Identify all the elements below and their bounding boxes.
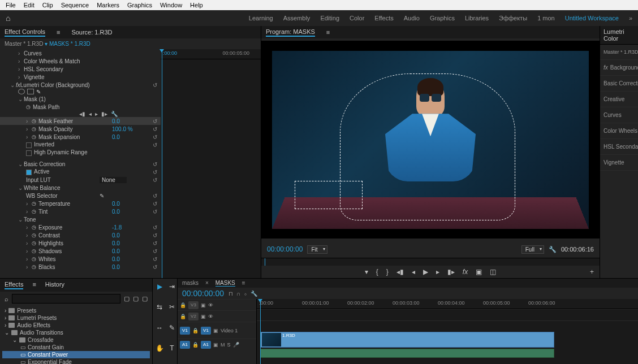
- ws-graphics[interactable]: Graphics: [430, 15, 455, 21]
- ws-custom2[interactable]: 1 mon: [537, 15, 555, 21]
- mark-in-icon[interactable]: {: [376, 268, 378, 276]
- seq-tab-masks[interactable]: masks: [182, 280, 199, 287]
- prop-lumetri[interactable]: Lumetri Color (Background): [20, 82, 94, 88]
- val-maskopacity[interactable]: 100.0 %: [112, 126, 133, 132]
- mask-rect-button[interactable]: [27, 89, 34, 94]
- prop-blacks[interactable]: Blacks: [38, 264, 112, 270]
- val-tint[interactable]: 0.0: [112, 209, 120, 215]
- timeline-tracks[interactable]: :00:00 00:00:01:00 00:00:02:00 00:00:03:…: [257, 299, 638, 364]
- fx-const-gain[interactable]: Constant Gain: [28, 344, 64, 350]
- prop-highlights[interactable]: Highlights: [38, 240, 112, 246]
- button-editor-icon[interactable]: +: [590, 268, 594, 276]
- track-prev-icon[interactable]: ◂▮: [79, 111, 85, 117]
- zoom-dropdown[interactable]: Fit: [307, 245, 327, 254]
- eyedropper-icon[interactable]: ✎: [100, 193, 104, 199]
- fx-badge-icon[interactable]: ▢: [124, 295, 130, 302]
- prop-temp[interactable]: Temperature: [38, 201, 112, 207]
- pen-tool-icon[interactable]: ✎: [167, 323, 176, 332]
- snap-icon[interactable]: ⊓: [229, 291, 233, 297]
- ws-untitled[interactable]: Untitled Workspace: [565, 15, 619, 21]
- ws-effects[interactable]: Effects: [374, 15, 393, 21]
- lock-icon[interactable]: 🔒: [180, 302, 186, 308]
- fx-lumetri-presets[interactable]: Lumetri Presets: [17, 315, 57, 321]
- comparison-icon[interactable]: ◫: [490, 268, 496, 276]
- lumetri-wheels[interactable]: Color Wheels & M…: [600, 123, 638, 139]
- prop-vignette[interactable]: Vignette: [24, 74, 97, 80]
- program-playhead[interactable]: [265, 258, 265, 266]
- timeline-ruler[interactable]: :00:00 00:00:01:00 00:00:02:00 00:00:03:…: [257, 299, 638, 309]
- track-select-icon[interactable]: ⇥: [167, 282, 176, 291]
- eye-icon[interactable]: 👁: [208, 302, 213, 308]
- timeline-playhead[interactable]: [260, 299, 261, 364]
- menu-clip[interactable]: Clip: [39, 1, 57, 10]
- ec-playhead[interactable]: [162, 49, 162, 278]
- prop-basic[interactable]: Basic Correction: [24, 161, 97, 167]
- track-v1[interactable]: V1: [201, 327, 211, 335]
- ws-learning[interactable]: Learning: [249, 15, 273, 21]
- ws-libraries[interactable]: Libraries: [465, 15, 489, 21]
- val-exposure[interactable]: -1.8: [112, 224, 122, 231]
- active-checkbox[interactable]: [26, 170, 32, 175]
- slip-tool-icon[interactable]: ↔: [155, 323, 164, 332]
- master-clip[interactable]: Master * 1.R3D: [5, 41, 43, 47]
- ws-editing[interactable]: Editing: [320, 15, 339, 21]
- settings-icon[interactable]: 🔧: [251, 291, 257, 297]
- val-maskexp[interactable]: 0.0: [112, 134, 120, 140]
- seq-clip[interactable]: MASKS * 1.R3D: [49, 41, 90, 47]
- panel-menu-icon[interactable]: ≡: [326, 29, 330, 36]
- menu-help[interactable]: Help: [187, 1, 206, 10]
- hand-tool-icon[interactable]: ✋: [155, 344, 164, 353]
- selection-tool-icon[interactable]: ▶: [155, 282, 164, 291]
- fx-icon[interactable]: fx: [463, 268, 468, 276]
- video-clip[interactable]: 1.R3D: [260, 332, 554, 348]
- prop-curves[interactable]: Curves: [24, 50, 97, 57]
- effect-timeline[interactable]: :00:00 00:00:05:00: [161, 49, 261, 278]
- prop-hsl[interactable]: HSL Secondary: [24, 66, 97, 72]
- track-wrench-icon[interactable]: 🔧: [111, 111, 118, 117]
- fx-audio-transitions[interactable]: Audio Transitions: [20, 330, 63, 336]
- program-monitor[interactable]: [261, 41, 600, 239]
- prop-whites[interactable]: Whites: [38, 256, 112, 262]
- prop-tone[interactable]: Tone: [24, 216, 97, 223]
- linked-sel-icon[interactable]: ∩: [236, 291, 240, 297]
- mask-ellipse-button[interactable]: [18, 89, 25, 94]
- track-fwd-icon[interactable]: ▮▸: [101, 111, 107, 117]
- val-whites[interactable]: 0.0: [112, 256, 120, 262]
- ws-color[interactable]: Color: [350, 15, 364, 21]
- lumetri-tab[interactable]: Lumetri Color: [600, 26, 638, 45]
- ws-overflow-icon[interactable]: »: [629, 15, 632, 21]
- menu-graphics[interactable]: Graphics: [124, 1, 156, 10]
- add-marker-icon[interactable]: ▾: [365, 268, 368, 276]
- effects-search-input[interactable]: [12, 294, 120, 304]
- fx-audio-effects[interactable]: Audio Effects: [17, 322, 50, 328]
- lumetri-bg[interactable]: Background: [610, 64, 638, 71]
- wrench-icon[interactable]: 🔧: [549, 246, 557, 253]
- lumetri-vignette[interactable]: Vignette: [600, 155, 638, 171]
- prop-wb[interactable]: White Balance: [24, 185, 97, 191]
- prop-colorwheels[interactable]: Color Wheels & Match: [24, 58, 97, 64]
- ws-custom1[interactable]: Эффекты: [499, 15, 527, 21]
- panel-menu-icon[interactable]: ≡: [57, 29, 60, 36]
- val-blacks[interactable]: 0.0: [112, 264, 120, 270]
- menu-sequence[interactable]: Sequence: [58, 1, 93, 10]
- menu-markers[interactable]: Markers: [93, 1, 123, 10]
- step-back1-icon[interactable]: ◂: [412, 268, 415, 276]
- prop-shadows[interactable]: Shadows: [38, 248, 112, 254]
- ws-assembly[interactable]: Assembly: [283, 15, 311, 21]
- mask-overlay[interactable]: [340, 73, 515, 220]
- panel-menu-icon[interactable]: ≡: [32, 281, 36, 289]
- program-ruler[interactable]: [261, 258, 600, 266]
- fx-const-power[interactable]: Constant Power: [28, 352, 68, 358]
- src-a1[interactable]: A1: [180, 341, 190, 349]
- history-tab[interactable]: History: [45, 281, 64, 289]
- step-back-icon[interactable]: ◂▮: [396, 268, 404, 276]
- track-v2[interactable]: V2: [188, 313, 199, 320]
- step-fwd1-icon[interactable]: ▸: [436, 268, 439, 276]
- stopwatch-icon[interactable]: ◷: [26, 104, 33, 110]
- reset-icon[interactable]: ↺: [153, 82, 157, 88]
- lumetri-basic[interactable]: Basic Correction: [600, 76, 638, 92]
- fx-badge-icon[interactable]: ▢: [142, 295, 148, 302]
- menu-edit[interactable]: Edit: [20, 1, 38, 10]
- track-a1[interactable]: A1: [201, 341, 211, 349]
- home-icon[interactable]: ⌂: [6, 14, 10, 23]
